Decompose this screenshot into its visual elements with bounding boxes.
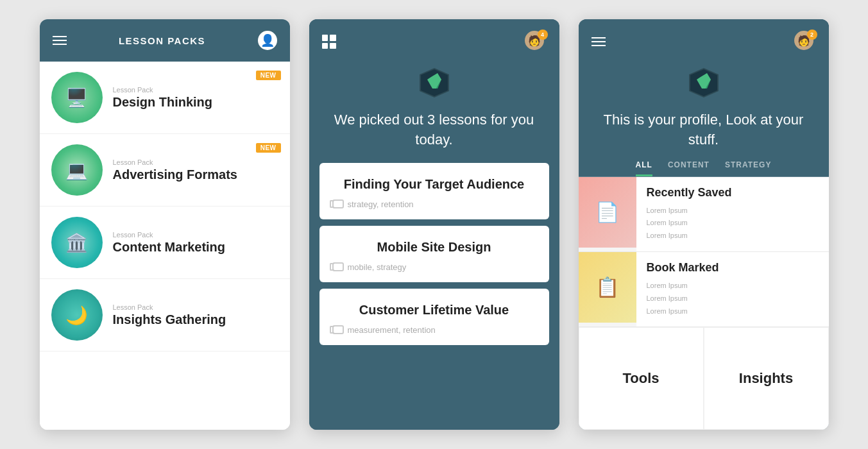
- thumb-icon: 🏛️: [51, 217, 103, 268]
- bottom-cell-label: Tools: [622, 370, 659, 387]
- lesson-tags-text: measurement, retention: [348, 325, 436, 335]
- lesson-card-title: Finding Your Target Audience: [332, 177, 536, 192]
- sub-line: Lorem Ipsum: [647, 205, 819, 217]
- phone2-header: 🧑 4: [309, 19, 559, 59]
- lesson-name: Advertising Formats: [113, 167, 278, 182]
- lesson-thumb: 🖥️: [51, 72, 103, 123]
- phone1-title: LESSON PACKS: [119, 35, 205, 46]
- lesson-tags-text: strategy, retention: [348, 199, 414, 209]
- phone2-tagline: We picked out 3 lessons for you today.: [309, 104, 559, 163]
- phone-2: 🧑 4 We picked out 3 lessons for you toda…: [309, 19, 559, 430]
- lesson-pack-label: Lesson Pack: [113, 231, 278, 239]
- thumb-icon: 🖥️: [51, 72, 103, 123]
- lesson-info: Lesson Pack Insights Gathering: [113, 303, 278, 327]
- lesson-card[interactable]: Finding Your Target Audience strategy, r…: [319, 163, 549, 219]
- phone3-avatar[interactable]: 🧑 2: [794, 31, 816, 53]
- lesson-thumb: 🏛️: [51, 217, 103, 268]
- lesson-card[interactable]: Mobile Site Design mobile, strategy: [319, 226, 549, 282]
- profile-card-sub: Lorem IpsumLorem IpsumLorem Ipsum: [647, 205, 819, 242]
- phone3-badge: 2: [807, 30, 817, 40]
- phone2-logo: [309, 59, 559, 104]
- lesson-card-tags: measurement, retention: [332, 325, 536, 335]
- lesson-pack-label: Lesson Pack: [113, 303, 278, 311]
- sub-line: Lorem Ipsum: [647, 230, 819, 242]
- phone3-tab[interactable]: ALL: [636, 160, 652, 176]
- phone-3: 🧑 2 This is your profile, Look at your s…: [579, 19, 829, 430]
- lesson-pack-label: Lesson Pack: [113, 158, 278, 166]
- tag-icon: [332, 199, 344, 208]
- thumb-icon: 🌙: [51, 289, 103, 341]
- profile-card-title: Book Marked: [647, 261, 819, 275]
- phone3-tab[interactable]: CONTENT: [668, 160, 710, 176]
- phone3-hamburger-icon[interactable]: [591, 37, 606, 46]
- lesson-card[interactable]: Customer Lifetime Value measurement, ret…: [319, 289, 549, 345]
- profile-card-info: Book Marked Lorem IpsumLorem IpsumLorem …: [636, 252, 829, 326]
- lesson-card-title: Mobile Site Design: [332, 240, 536, 255]
- new-badge: NEW: [256, 143, 281, 153]
- phone1-header: LESSON PACKS 👤: [40, 19, 290, 62]
- bottom-cell[interactable]: Tools: [579, 327, 704, 430]
- lesson-info: Lesson Pack Design Thinking: [113, 86, 278, 110]
- lesson-info: Lesson Pack Advertising Formats: [113, 158, 278, 182]
- thumb-yellow: 📋: [579, 252, 636, 323]
- lesson-thumb: 🌙: [51, 289, 103, 341]
- bottom-cell-label: Insights: [739, 370, 793, 387]
- lesson-name: Insights Gathering: [113, 312, 278, 327]
- profile-card-thumb: 📄: [579, 177, 636, 248]
- tag-icon: [332, 262, 344, 271]
- phone2-avatar[interactable]: 🧑 4: [525, 31, 547, 53]
- lesson-card-tags: strategy, retention: [332, 199, 536, 209]
- grid-icon[interactable]: [322, 35, 336, 49]
- lesson-card-title: Customer Lifetime Value: [332, 303, 536, 318]
- profile-card[interactable]: 📄 Recently Saved Lorem IpsumLorem IpsumL…: [579, 177, 829, 252]
- phone-1: LESSON PACKS 👤 🖥️ Lesson Pack Design Thi…: [40, 19, 290, 430]
- sub-line: Lorem Ipsum: [647, 305, 819, 318]
- lesson-card-tags: mobile, strategy: [332, 262, 536, 272]
- profile-card-title: Recently Saved: [647, 186, 819, 199]
- lesson-name: Design Thinking: [113, 95, 278, 110]
- phone2-badge: 4: [538, 30, 548, 40]
- phone1-list: 🖥️ Lesson Pack Design Thinking NEW 💻 Les…: [40, 62, 290, 430]
- hamburger-icon[interactable]: [53, 36, 67, 45]
- sub-line: Lorem Ipsum: [647, 292, 819, 305]
- lesson-item[interactable]: 🌙 Lesson Pack Insights Gathering: [40, 279, 290, 352]
- profile-card-info: Recently Saved Lorem IpsumLorem IpsumLor…: [636, 177, 829, 251]
- phone3-content: 📄 Recently Saved Lorem IpsumLorem IpsumL…: [579, 177, 829, 430]
- phone3-logo: [579, 59, 829, 104]
- phone3-tab[interactable]: STRATEGY: [725, 160, 771, 176]
- phone3-tabs: ALLCONTENTSTRATEGY: [579, 160, 829, 177]
- sub-line: Lorem Ipsum: [647, 280, 819, 292]
- phone3-bottom-row: ToolsInsights: [579, 327, 829, 430]
- lesson-tags-text: mobile, strategy: [348, 262, 407, 272]
- lesson-info: Lesson Pack Content Marketing: [113, 231, 278, 255]
- lesson-item[interactable]: 🏛️ Lesson Pack Content Marketing: [40, 207, 290, 279]
- lesson-pack-label: Lesson Pack: [113, 86, 278, 94]
- sub-line: Lorem Ipsum: [647, 217, 819, 230]
- tag-icon: [332, 325, 344, 334]
- profile-card-sub: Lorem IpsumLorem IpsumLorem Ipsum: [647, 280, 819, 318]
- thumb-pink: 📄: [579, 177, 636, 248]
- phone2-lessons: Finding Your Target Audience strategy, r…: [309, 163, 559, 430]
- user-icon[interactable]: 👤: [258, 31, 277, 50]
- lesson-item[interactable]: 💻 Lesson Pack Advertising Formats NEW: [40, 134, 290, 207]
- phone3-header: 🧑 2: [579, 19, 829, 59]
- profile-card[interactable]: 📋 Book Marked Lorem IpsumLorem IpsumLore…: [579, 252, 829, 327]
- lesson-item[interactable]: 🖥️ Lesson Pack Design Thinking NEW: [40, 62, 290, 134]
- thumb-icon: 💻: [51, 144, 103, 196]
- new-badge: NEW: [256, 71, 281, 80]
- lesson-thumb: 💻: [51, 144, 103, 196]
- profile-card-thumb: 📋: [579, 252, 636, 323]
- phone3-tagline: This is your profile, Look at your stuff…: [579, 104, 829, 160]
- lesson-name: Content Marketing: [113, 240, 278, 255]
- bottom-cell[interactable]: Insights: [704, 327, 829, 430]
